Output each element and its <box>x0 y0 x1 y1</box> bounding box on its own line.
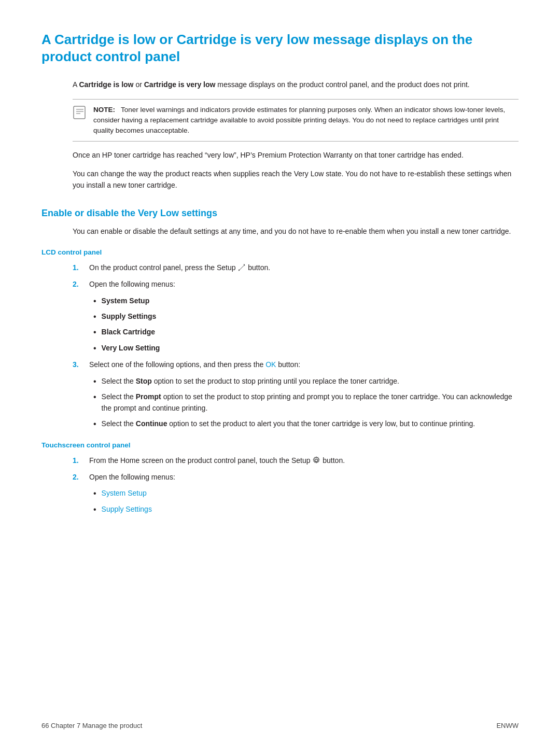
intro-paragraph: A Cartridge is low or Cartridge is very … <box>73 79 519 91</box>
lcd-step-1-num: 1. <box>73 262 82 274</box>
lcd-step3-bullets: Select the Stop option to set the produc… <box>93 376 519 430</box>
ok-link-text: OK <box>265 360 276 369</box>
bullet-prompt-text: Select the Prompt option to set the prod… <box>102 391 519 414</box>
bullet-supply-settings: Supply Settings <box>93 311 519 322</box>
bold-stop: Stop <box>136 377 152 385</box>
body-para-1: Once an HP toner cartridge has reached “… <box>73 150 519 161</box>
touchscreen-steps-list: 1. From the Home screen on the product c… <box>73 455 519 483</box>
ts-link-supply-settings[interactable]: Supply Settings <box>102 504 152 515</box>
bullet-stop-text: Select the Stop option to set the produc… <box>102 376 399 387</box>
lcd-step-2-num: 2. <box>73 279 82 290</box>
bullet-prompt: Select the Prompt option to set the prod… <box>93 391 519 414</box>
page-main-title: A Cartridge is low or Cartridge is very … <box>41 31 519 65</box>
note-text: Toner level warnings and indicators prov… <box>93 106 505 135</box>
note-content: NOTE: Toner level warnings and indicator… <box>93 105 519 136</box>
touchscreen-step-1-num: 1. <box>73 455 82 467</box>
touchscreen-step-1-text: From the Home screen on the product cont… <box>89 455 345 467</box>
bullet-continue: Select the Continue option to set the pr… <box>93 418 519 430</box>
bullet-supply-settings-text: Supply Settings <box>102 311 157 322</box>
lcd-step-2-text: Open the following menus: <box>89 279 175 290</box>
note-icon <box>73 105 87 120</box>
section2-title: Enable or disable the Very Low settings <box>41 208 519 219</box>
page-footer: 66 Chapter 7 Manage the product ENWW <box>0 722 560 729</box>
touchscreen-step-2-text: Open the following menus: <box>89 472 175 483</box>
bold-cartridge-low: Cartridge is low <box>79 80 133 89</box>
body-para-2: You can change the way the product react… <box>73 168 519 191</box>
lcd-step-3-text: Select one of the following options, and… <box>89 359 300 371</box>
bullet-very-low-setting-text: Very Low Setting <box>102 343 160 354</box>
touchscreen-step2-bullets: System Setup Supply Settings <box>93 488 519 515</box>
svg-point-4 <box>239 270 240 271</box>
touchscreen-step-2-num: 2. <box>73 472 82 483</box>
ts-link-system-setup[interactable]: System Setup <box>102 488 147 499</box>
lcd-control-panel-heading: LCD control panel <box>41 248 519 256</box>
lcd-step-3-num: 3. <box>73 359 82 371</box>
touchscreen-step-2: 2. Open the following menus: <box>73 472 519 483</box>
svg-rect-0 <box>74 106 85 119</box>
bold-continue: Continue <box>136 419 167 428</box>
lcd-steps-list: 1. On the product control panel, press t… <box>73 262 519 290</box>
bold-prompt: Prompt <box>136 392 161 401</box>
ts-bullet-supply-settings: Supply Settings <box>93 504 519 515</box>
bullet-black-cartridge-text: Black Cartridge <box>102 327 155 338</box>
svg-point-5 <box>315 459 318 462</box>
note-box: NOTE: Toner level warnings and indicator… <box>73 99 519 142</box>
gear-icon <box>312 456 320 465</box>
ts-bullet-system-setup: System Setup <box>93 488 519 499</box>
bold-cartridge-very-low: Cartridge is very low <box>144 80 216 89</box>
touchscreen-step-1: 1. From the Home screen on the product c… <box>73 455 519 467</box>
lcd-step-2: 2. Open the following menus: <box>73 279 519 290</box>
intro-text-rest: message displays on the product control … <box>217 80 469 89</box>
footer-left: 66 Chapter 7 Manage the product <box>41 722 142 729</box>
lcd-step-1: 1. On the product control panel, press t… <box>73 262 519 274</box>
touchscreen-control-panel-heading: Touchscreen control panel <box>41 441 519 449</box>
bullet-system-setup-text: System Setup <box>102 296 150 307</box>
section2-intro: You can enable or disable the default se… <box>73 226 519 237</box>
lcd-step2-bullets: System Setup Supply Settings Black Cartr… <box>93 296 519 355</box>
bullet-black-cartridge: Black Cartridge <box>93 327 519 338</box>
bullet-stop: Select the Stop option to set the produc… <box>93 376 519 387</box>
bullet-system-setup: System Setup <box>93 296 519 307</box>
wrench-icon <box>237 263 246 272</box>
footer-right: ENWW <box>496 722 519 729</box>
note-label: NOTE: <box>93 106 115 114</box>
lcd-step-3: 3. Select one of the following options, … <box>73 359 519 371</box>
bullet-very-low-setting: Very Low Setting <box>93 343 519 354</box>
lcd-step3-list: 3. Select one of the following options, … <box>73 359 519 371</box>
bullet-continue-text: Select the Continue option to set the pr… <box>102 418 475 430</box>
lcd-step-1-text: On the product control panel, press the … <box>89 262 270 274</box>
